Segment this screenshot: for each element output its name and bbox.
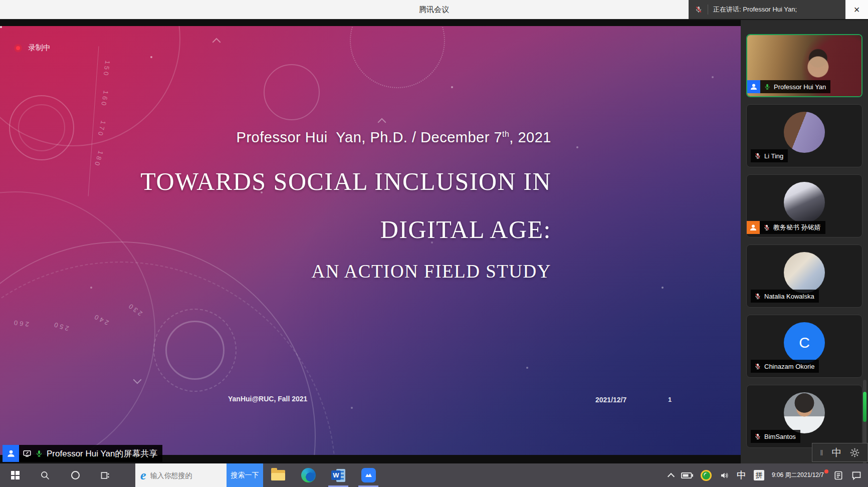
task-view-button[interactable] xyxy=(90,463,120,487)
mic-muted-icon xyxy=(754,152,761,159)
mic-muted-icon xyxy=(695,6,703,14)
decor-ring xyxy=(9,95,74,160)
participant-tile-professor-hui-yan[interactable]: Professor Hui Yan xyxy=(746,34,862,97)
decor-ring xyxy=(350,26,445,88)
recording-label: 录制中 xyxy=(28,43,51,53)
mic-muted-icon xyxy=(763,224,770,231)
participant-name: Li Ting xyxy=(764,152,783,160)
host-badge-icon xyxy=(747,221,760,234)
cortana-icon xyxy=(71,471,80,479)
cortana-button[interactable] xyxy=(60,463,90,487)
participant-name-row: Li Ting xyxy=(751,149,788,162)
recording-indicator: 录制中 xyxy=(14,43,51,53)
start-button[interactable] xyxy=(0,463,30,487)
pinyin-icon: 拼 xyxy=(754,470,764,480)
ie-browser-icon: e xyxy=(140,469,146,482)
avatar xyxy=(784,252,825,293)
participant-name: BimSantos xyxy=(764,433,796,440)
participant-name-row: BimSantos xyxy=(751,430,800,443)
volume-tray-item[interactable] xyxy=(719,471,729,480)
decor-ring xyxy=(264,64,320,120)
speaking-indicator: 正在讲话: Professor Hui Yan; xyxy=(689,0,845,19)
member-badge-icon xyxy=(747,80,760,93)
name-pill: Chinazam Okorie xyxy=(751,360,819,373)
decor-dial-number: 240 xyxy=(91,312,110,327)
folder-icon xyxy=(271,470,285,480)
name-pill: BimSantos xyxy=(751,430,800,443)
close-button[interactable]: × xyxy=(845,0,868,19)
byline-sup: th xyxy=(502,130,509,138)
slide-footer-date: 2021/12/7 xyxy=(595,396,626,404)
search-input[interactable] xyxy=(150,471,210,479)
speaking-label: 正在讲话: Professor Hui Yan; xyxy=(713,5,797,14)
word-button[interactable]: W xyxy=(323,463,353,487)
decor-ring xyxy=(165,321,225,380)
security-tray-item[interactable] xyxy=(701,470,712,481)
participant-sidebar: Professor Hui Yan Li Ting xyxy=(741,20,868,463)
decor-dial-line xyxy=(88,46,99,196)
decor-dial-number: 150 xyxy=(102,60,111,78)
search-button-taskbar[interactable] xyxy=(30,463,60,487)
member-badge-icon xyxy=(3,445,19,462)
task-view-icon xyxy=(100,470,110,480)
participant-name-row: Professor Hui Yan xyxy=(747,80,830,93)
avatar xyxy=(784,182,825,223)
decor-arrow-icon xyxy=(212,38,221,47)
search-go-button[interactable]: 搜索一下 xyxy=(227,463,263,487)
participant-name-row: Chinazam Okorie xyxy=(751,360,819,373)
name-pill: Li Ting xyxy=(751,149,788,162)
ime-toolbar[interactable]: ‖ 中 xyxy=(812,443,868,462)
participant-name-row: 教务秘书 孙铭婧 xyxy=(747,221,825,234)
decor-arrow-icon xyxy=(378,118,386,127)
presentation-slide: 150 160 170 180 230 240 250 260 录制中 Prof… xyxy=(0,26,741,455)
hidden-icons-chevron[interactable] xyxy=(669,472,674,479)
slide-footer-credit: YanHui@RUC, Fall 2021 xyxy=(228,395,307,403)
web-search-deskband: e 搜索一下 xyxy=(135,463,263,487)
decor-dial-number: 180 xyxy=(93,150,105,168)
gear-icon[interactable] xyxy=(849,447,860,458)
action-center-button[interactable] xyxy=(851,470,862,480)
ime-mode-toggle[interactable]: 中 xyxy=(832,446,842,459)
decor-dial-number: 230 xyxy=(126,301,144,317)
ime-mode-tray[interactable]: 中 xyxy=(737,469,746,482)
participant-tile-li-ting[interactable]: Li Ting xyxy=(746,104,862,167)
participant-tile-chinazam-okorie[interactable]: C Chinazam Okorie xyxy=(746,315,862,378)
ime-layout-tray[interactable]: 拼 xyxy=(754,470,764,480)
byline-post: , 2021 xyxy=(509,129,551,145)
file-explorer-button[interactable] xyxy=(263,463,293,487)
slide-subtitle: AN ACTION FIELD STUDY xyxy=(140,261,551,282)
system-tray: 中 拼 9:06 周二 2021/12/7 xyxy=(669,463,868,487)
word-icon: W xyxy=(331,468,345,482)
notes-tray-item[interactable] xyxy=(833,470,843,481)
decor-ring xyxy=(153,309,237,392)
participant-tile-sun-mingjing[interactable]: 教务秘书 孙铭婧 xyxy=(746,174,862,237)
participant-tile-bimsantos[interactable]: BimSantos xyxy=(746,385,862,448)
recording-dot-icon xyxy=(14,44,22,52)
battery-tray-item[interactable] xyxy=(681,472,693,479)
decor-dial-number: 170 xyxy=(96,120,107,138)
speaker-icon xyxy=(719,471,729,480)
clock-time: 9:06 周二 xyxy=(772,471,797,479)
tencent-meeting-button[interactable] xyxy=(353,463,383,487)
windows-taskbar: e 搜索一下 W xyxy=(0,463,868,487)
screen-share-icon xyxy=(23,449,32,458)
edge-button[interactable] xyxy=(293,463,323,487)
slide-byline: Professor Hui Yan, Ph.D. / December 7th,… xyxy=(140,129,551,146)
participant-name: Chinazam Okorie xyxy=(764,363,814,370)
participant-name: Natalia Kowalska xyxy=(764,293,814,300)
participant-tile-natalia-kowalska[interactable]: Natalia Kowalska xyxy=(746,245,862,308)
slide-title-line2: DIGITAL AGE: xyxy=(140,215,551,244)
edge-icon xyxy=(301,468,316,482)
chevron-up-icon xyxy=(668,472,675,479)
scrollbar-thumb[interactable] xyxy=(863,392,866,422)
decor-dial-number: 250 xyxy=(52,320,70,332)
mic-on-icon xyxy=(764,83,771,90)
share-banner-label: Professor Hui Yan的屏幕共享 xyxy=(47,448,157,459)
decor-ring xyxy=(0,262,336,455)
participant-name: 教务秘书 孙铭婧 xyxy=(773,223,821,232)
drag-handle-icon[interactable]: ‖ xyxy=(820,448,824,457)
mic-muted-icon xyxy=(754,293,761,300)
clock[interactable]: 9:06 周二 2021/12/7 xyxy=(772,471,826,479)
participant-name-row: Natalia Kowalska xyxy=(751,290,819,303)
screen-share-area: 150 160 170 180 230 240 250 260 录制中 Prof… xyxy=(0,20,741,463)
